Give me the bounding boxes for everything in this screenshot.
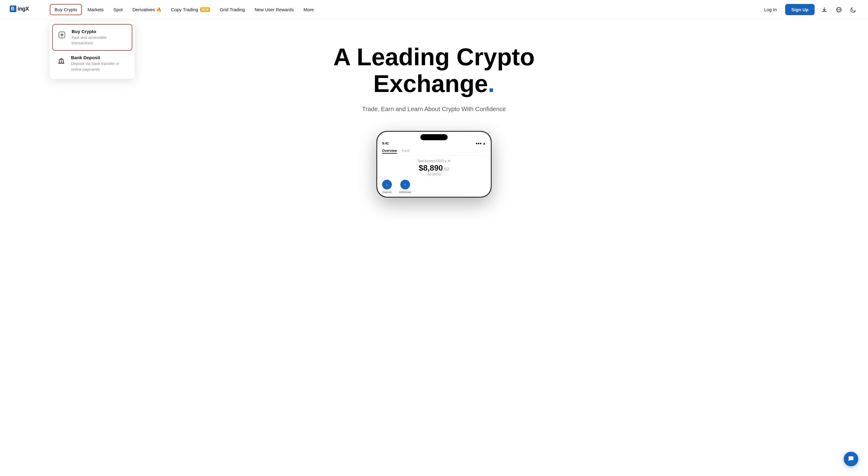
- nav-item-grid-trading[interactable]: Grid Trading: [215, 5, 249, 14]
- download-icon[interactable]: [819, 5, 829, 14]
- svg-text:B: B: [11, 6, 14, 11]
- nav-item-more[interactable]: More: [299, 5, 318, 14]
- logo[interactable]: B ingX: [10, 3, 40, 16]
- hero-title: A Leading Crypto Exchange.: [333, 44, 535, 97]
- svg-rect-9: [63, 60, 64, 63]
- dropdown-bank-deposit-title: Bank Deposit: [71, 55, 129, 60]
- svg-text:ingX: ingX: [18, 6, 29, 12]
- phone-notch: [420, 134, 448, 140]
- nav-item-spot[interactable]: Spot: [109, 5, 127, 14]
- phone-actions: ↓ Deposit ↑ Withdrawl: [382, 180, 486, 194]
- withdraw-icon: ↑: [400, 180, 410, 189]
- phone-status-bar: 9:41 ●●● ▲: [382, 142, 486, 145]
- fire-icon: 🔥: [156, 7, 161, 12]
- deposit-icon: ↓: [382, 180, 392, 189]
- phone-assets-label: Total Assets(USDT) ∨ 👁: [382, 159, 486, 163]
- phone-withdraw-btn[interactable]: ↑ Withdrawl: [399, 180, 411, 194]
- dropdown-buy-crypto-subtitle: Fast and accessible transactions: [72, 35, 128, 46]
- bank-icon: [56, 56, 67, 66]
- nav-item-derivatives[interactable]: Derivatives 🔥: [128, 5, 165, 14]
- navbar: B ingX Buy Crypto: [0, 0, 868, 20]
- svg-rect-8: [61, 60, 62, 63]
- phone-amount: $8,890.62: [382, 163, 486, 173]
- dropdown-item-buy-crypto[interactable]: Buy Crypto Fast and accessible transacti…: [52, 24, 132, 51]
- phone-mockup: 9:41 ●●● ▲ Overview Fund Total Assets(US…: [376, 131, 492, 198]
- nav-item-markets[interactable]: Markets: [83, 5, 108, 14]
- buy-crypto-wrapper: Buy Crypto Buy Crypto Fast and ac: [50, 4, 82, 15]
- dropdown-buy-crypto-title: Buy Crypto: [72, 29, 128, 34]
- nav-item-copy-trading[interactable]: Copy Trading NEW: [167, 5, 215, 14]
- new-badge: NEW: [200, 7, 210, 12]
- nav-item-new-user-rewards[interactable]: New User Rewards: [250, 5, 298, 14]
- phone-tabs: Overview Fund: [382, 149, 486, 156]
- login-button[interactable]: Log In: [761, 5, 781, 14]
- phone-tab-overview: Overview: [382, 149, 397, 154]
- phone-deposit-btn[interactable]: ↓ Deposit: [382, 180, 392, 194]
- dark-mode-icon[interactable]: [848, 5, 858, 14]
- phone-screen: 9:41 ●●● ▲ Overview Fund Total Assets(US…: [377, 132, 491, 197]
- phone-change: +$8,890.62: [382, 173, 486, 176]
- nav-items: Buy Crypto Buy Crypto Fast and ac: [50, 4, 761, 15]
- dropdown-bank-deposit-subtitle: Deposit via bank transfer or online paym…: [71, 61, 129, 72]
- hero-dot: .: [488, 70, 495, 97]
- nav-item-buy-crypto[interactable]: Buy Crypto: [50, 4, 82, 15]
- hero-subtitle: Trade, Earn and Learn About Crypto With …: [362, 106, 506, 113]
- nav-right: Log In Sign Up: [761, 4, 858, 15]
- svg-marker-10: [58, 58, 64, 60]
- dropdown-item-bank-deposit[interactable]: Bank Deposit Deposit via bank transfer o…: [52, 51, 132, 76]
- plus-icon: [57, 29, 67, 40]
- svg-rect-7: [59, 60, 60, 63]
- signup-button[interactable]: Sign Up: [785, 4, 814, 15]
- phone-tab-fund: Fund: [402, 149, 409, 154]
- globe-icon[interactable]: [834, 5, 844, 14]
- phone-mockup-container: 9:41 ●●● ▲ Overview Fund Total Assets(US…: [376, 131, 492, 198]
- svg-rect-6: [58, 63, 64, 64]
- buy-crypto-dropdown: Buy Crypto Fast and accessible transacti…: [50, 22, 135, 79]
